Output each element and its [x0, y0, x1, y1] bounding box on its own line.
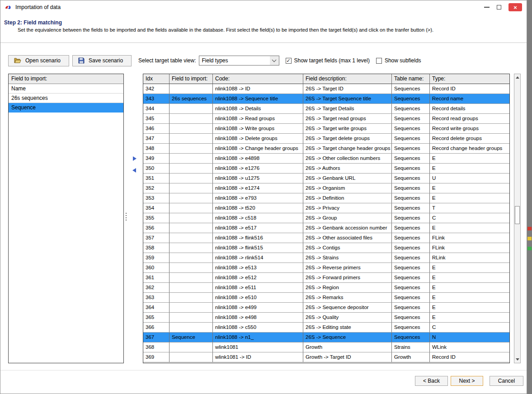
grid-row[interactable]: 345nlink1088 -> Read groups26S -> Target… [143, 114, 509, 124]
grid-cell: FLink [430, 233, 509, 243]
grid-header-cell[interactable]: Code: [213, 74, 303, 84]
grid-cell [169, 124, 213, 134]
transfer-left-button[interactable] [132, 168, 136, 173]
close-icon[interactable]: × [508, 3, 522, 11]
grid-cell: E [430, 164, 509, 174]
window-controls: × [484, 3, 527, 11]
grid-cell: nlink1088 -> Details [213, 104, 303, 114]
dropdown-arrow-icon[interactable] [270, 56, 279, 65]
maximize-icon[interactable] [497, 5, 501, 9]
grid-cell: 353 [143, 193, 169, 203]
grid-row[interactable]: 344nlink1088 -> Details26S -> Target Det… [143, 104, 509, 114]
grid-row[interactable]: 342nlink1088 -> ID26S -> Target IDSequen… [143, 84, 509, 94]
grid-cell: Record name [430, 94, 509, 104]
save-scenario-button[interactable]: Save scenario [72, 55, 132, 66]
grid-vertical-scrollbar[interactable] [514, 74, 521, 363]
field-import-item[interactable]: 26s sequences [9, 94, 123, 103]
grid-cell: nlink1088 -> Sequence title [213, 94, 303, 104]
grid-row[interactable]: 34326s sequencesnlink1088 -> Sequence ti… [143, 94, 509, 104]
grid-row[interactable]: 347nlink1088 -> Delete groups26S -> Targ… [143, 134, 509, 144]
grid-row[interactable]: 364nlink1088 -> e49926S -> Sequence depo… [143, 303, 509, 313]
grid-row[interactable]: 355nlink1088 -> c51826S -> GroupSequence… [143, 213, 509, 223]
grid-cell: Sequences [392, 243, 430, 253]
field-import-item[interactable]: Sequence [9, 103, 123, 113]
grid-cell: Record delete groups [430, 134, 509, 144]
grid-row[interactable]: 366nlink1088 -> c55026S -> Editing state… [143, 323, 509, 333]
grid-cell: nlink1088 -> e513 [213, 263, 303, 273]
grid-cell: nlink1088 -> c518 [213, 213, 303, 223]
grid-cell: C [430, 213, 509, 223]
titlebar[interactable]: Importation of data × [0, 0, 527, 14]
grid-cell: E [430, 313, 509, 323]
grid-cell: nlink1088 -> Write groups [213, 124, 303, 134]
grid-cell: 366 [143, 323, 169, 333]
grid-row[interactable]: 358nlink1088 -> flink51526S -> ContigsSe… [143, 243, 509, 253]
grid-row[interactable]: 351nlink1088 -> u127526S -> Genbank URLS… [143, 174, 509, 183]
grid-cell: 354 [143, 203, 169, 213]
grid-cell [169, 114, 213, 124]
grid-row[interactable]: 348nlink1088 -> Change header groups26S … [143, 144, 509, 154]
grid-cell: Sequences [392, 144, 430, 154]
grid-cell: 26S -> Region [303, 283, 392, 293]
grid-cell: 26S -> Quality [303, 313, 392, 323]
grid-cell: Sequences [392, 323, 430, 333]
grid-cell: 351 [143, 174, 169, 183]
grid-row[interactable]: 367Sequencenlink1088 -> n1_26S -> Sequen… [143, 333, 509, 342]
footer-divider [0, 370, 527, 371]
grid-cell [169, 164, 213, 174]
grid-cell: nlink1088 -> e499 [213, 303, 303, 313]
grid-header-cell[interactable]: Field description: [303, 74, 392, 84]
grid-cell: 355 [143, 213, 169, 223]
grid-cell: E [430, 303, 509, 313]
grid-header-cell[interactable]: Idx [143, 74, 169, 84]
back-button[interactable]: < Back [415, 376, 448, 386]
grid-row[interactable]: 361nlink1088 -> e51226S -> Forward prime… [143, 273, 509, 283]
grid-row[interactable]: 369wlink1081 -> IDGrowth -> Target IDGro… [143, 352, 509, 362]
grid-row[interactable]: 359nlink1088 -> rlink51426S -> StrainsSe… [143, 253, 509, 263]
grid-cell [169, 283, 213, 293]
checkbox-unchecked-icon[interactable] [376, 58, 382, 64]
grid-row[interactable]: 356nlink1088 -> e51726S -> Genbank acces… [143, 223, 509, 233]
grid-cell: Sequences [392, 283, 430, 293]
grid-cell: 357 [143, 233, 169, 243]
grid-row[interactable]: 362nlink1088 -> e51126S -> RegionSequenc… [143, 283, 509, 293]
grid-header-cell[interactable]: Table name: [392, 74, 430, 84]
open-scenario-button[interactable]: Open scenario [8, 55, 69, 66]
show-target-fields-checkbox[interactable]: ✓ Show target fields (max 1 level) [286, 57, 370, 64]
checkbox-checked-icon[interactable]: ✓ [286, 58, 292, 64]
grid-cell: FLink [430, 243, 509, 253]
scroll-down-icon[interactable] [516, 358, 519, 361]
grid-row[interactable]: 365nlink1088 -> e49826S -> QualitySequen… [143, 313, 509, 323]
grid-cell: Sequences [392, 193, 430, 203]
grid-cell: U [430, 174, 509, 183]
grid-cell: Sequences [392, 253, 430, 263]
table-view-select[interactable]: Field types [199, 56, 279, 66]
grid-row[interactable]: 353nlink1088 -> e79326S -> DefinitionSeq… [143, 193, 509, 203]
grid-row[interactable]: 368wlink1081GrowthStrainsWLink [143, 342, 509, 352]
grid-header-cell[interactable]: Field to import: [169, 74, 213, 84]
grid-cell: Sequences [392, 94, 430, 104]
grid-row[interactable]: 357nlink1088 -> flink51626S -> Other ass… [143, 233, 509, 243]
scrollbar-thumb[interactable] [515, 206, 520, 224]
grid-cell: 349 [143, 154, 169, 164]
grid-row[interactable]: 349nlink1088 -> e489826S -> Other collec… [143, 154, 509, 164]
field-import-item[interactable]: Name [9, 84, 123, 94]
grid-row[interactable]: 346nlink1088 -> Write groups26S -> Targe… [143, 124, 509, 134]
panel-splitter-handle[interactable] [126, 213, 127, 220]
scroll-up-icon[interactable] [516, 76, 519, 79]
next-button[interactable]: Next > [451, 376, 483, 386]
show-subfields-checkbox[interactable]: Show subfields [376, 57, 421, 64]
grid-cell: Sequence [169, 333, 213, 342]
transfer-right-button[interactable] [133, 156, 137, 161]
grid-cell: Sequences [392, 203, 430, 213]
grid-row[interactable]: 363nlink1088 -> e51026S -> RemarksSequen… [143, 293, 509, 303]
grid-header-cell[interactable]: Type: [430, 74, 509, 84]
grid-row[interactable]: 352nlink1088 -> e127426S -> OrganismSequ… [143, 183, 509, 193]
show-subfields-label: Show subfields [385, 57, 421, 64]
field-import-panel: Field to import: Name26s sequencesSequen… [8, 74, 124, 363]
grid-row[interactable]: 354nlink1088 -> t52026S -> PrivacySequen… [143, 203, 509, 213]
cancel-button[interactable]: Cancel [490, 376, 523, 386]
minimize-icon[interactable] [484, 7, 490, 8]
grid-row[interactable]: 350nlink1088 -> e127626S -> AuthorsSeque… [143, 164, 509, 174]
grid-row[interactable]: 360nlink1088 -> e51326S -> Reverse prime… [143, 263, 509, 273]
